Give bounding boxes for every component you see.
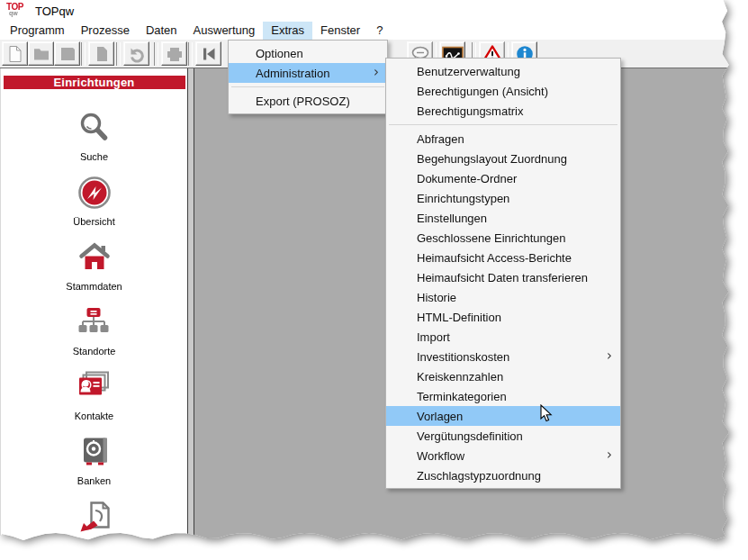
print-button[interactable] (161, 41, 187, 66)
menu-item-label: Einstellungen (417, 212, 487, 225)
window-title: TOPqw (35, 5, 74, 18)
menu-item-label: Workflow (417, 449, 464, 463)
submenu-arrow-icon: › (374, 64, 379, 80)
sidebar-item-bersicht[interactable]: Übersicht (73, 175, 114, 227)
extras-dropdown-menu: OptionenAdministration›Export (PROSOZ) (228, 40, 388, 114)
first-record-button[interactable] (195, 41, 221, 66)
search-icon (76, 110, 113, 149)
app-window-wrap: TOP qw TOPqw ProgrammProzesseDatenAuswer… (0, 0, 733, 544)
menu-item-benutzerverwaltung[interactable]: Benutzerverwaltung (386, 61, 620, 81)
sidebar-item-label: Banken (77, 475, 111, 486)
sidebar-splitter[interactable] (187, 68, 194, 544)
toolbar-separator (116, 42, 121, 66)
title-bar: TOP qw TOPqw (0, 0, 733, 22)
menu-item-label: Kreiskennzahlen (417, 370, 503, 384)
sidebar-item-stammdaten[interactable]: Stammdaten (66, 239, 122, 292)
menu-item-label: HTML-Definition (417, 311, 501, 324)
sidebar-item-standorte[interactable]: Standorte (73, 304, 116, 357)
menu-item-label: Einrichtungstypen (417, 192, 509, 205)
menu-separator (231, 86, 384, 87)
document-button[interactable] (88, 41, 114, 66)
menu-item-vorlagen[interactable]: Vorlagen (386, 406, 620, 426)
undo-icon (128, 45, 146, 63)
sidebar-item-label: Stammdaten (66, 281, 122, 292)
menu-item-label: Import (417, 330, 450, 344)
menu-item-label: Administration (256, 67, 329, 80)
menu-item-einrichtungstypen[interactable]: Einrichtungstypen (386, 188, 620, 208)
menubar-item-daten[interactable]: Daten (138, 22, 185, 40)
administration-submenu: BenutzerverwaltungBerechtigungen (Ansich… (385, 58, 621, 489)
menu-item-label: Vergütungsdefinition (417, 429, 523, 443)
toolbar-left-group (2, 41, 221, 66)
menubar-item-prozesse[interactable]: Prozesse (73, 22, 138, 40)
menu-item-berechtigungsmatrix[interactable]: Berechtigungsmatrix (386, 101, 620, 121)
sidebar-item-kontakte[interactable]: Kontakte (75, 369, 113, 421)
menu-item-import[interactable]: Import (386, 327, 620, 347)
toolbar-separator (188, 42, 193, 66)
app-body: Einrichtungen SucheÜbersichtStammdatenSt… (0, 68, 733, 544)
save-icon (59, 45, 77, 63)
print-icon (166, 45, 184, 63)
mouse-cursor-icon (540, 404, 555, 426)
menubar-item-fenster[interactable]: Fenster (312, 22, 368, 40)
workflow-doc-icon (77, 499, 113, 538)
menu-item-label: Berechtigungen (Ansicht) (417, 85, 548, 98)
app-logo-icon: TOP qw (6, 3, 28, 20)
menu-item-berechtigungen-ansicht[interactable]: Berechtigungen (Ansicht) (386, 81, 620, 101)
menu-item-html-definition[interactable]: HTML-Definition (386, 307, 620, 327)
menu-item-investitionskosten[interactable]: Investitionskosten› (386, 347, 620, 366)
sidebar-header: Einrichtungen (4, 76, 185, 89)
menu-item-label: Export (PROSOZ) (256, 95, 350, 108)
menu-separator (389, 124, 617, 125)
first-record-icon (200, 45, 218, 63)
menu-item-label: Heimaufsicht Access-Berichte (417, 251, 572, 265)
menubar-item-extras[interactable]: Extras (263, 22, 312, 40)
menu-item-historie[interactable]: Historie (386, 287, 620, 307)
menu-item-zuschlagstypzuordnung[interactable]: Zuschlagstypzuordnung (386, 465, 620, 485)
menu-item-einstellungen[interactable]: Einstellungen (386, 208, 620, 228)
menu-item-label: Vorlagen (417, 410, 463, 423)
sidebar-item-suche[interactable]: Suche (76, 110, 113, 162)
menu-item-label: Berechtigungsmatrix (417, 104, 524, 118)
menu-item-heimaufsicht-access-berichte[interactable]: Heimaufsicht Access-Berichte (386, 248, 620, 267)
submenu-arrow-icon: › (607, 348, 612, 364)
menu-item-kreiskennzahlen[interactable]: Kreiskennzahlen (386, 366, 620, 386)
menu-item-geschlossene-einrichtungen[interactable]: Geschlossene Einrichtungen (386, 228, 620, 248)
menu-item-begehungslayout-zuordnung[interactable]: Begehungslayout Zuordnung (386, 149, 620, 168)
menu-item-dokumente-ordner[interactable]: Dokumente-Ordner (386, 168, 620, 188)
sidebar-item-label: Suche (80, 151, 108, 162)
menu-item-label: Optionen (256, 47, 303, 60)
menu-item-optionen[interactable]: Optionen (229, 43, 387, 63)
menu-item-label: Begehungslayout Zuordnung (417, 152, 567, 166)
sidebar-item-workflow[interactable]: Workflow (74, 499, 114, 544)
menubar-item-auswertung[interactable]: Auswertung (185, 22, 264, 40)
document-icon (93, 45, 111, 63)
menu-item-verg-tungsdefinition[interactable]: Vergütungsdefinition (386, 426, 620, 446)
new-document-button[interactable] (2, 41, 28, 66)
sidebar-item-banken[interactable]: Banken (77, 434, 113, 486)
menu-item-label: Geschlossene Einrichtungen (417, 231, 566, 245)
open-folder-button[interactable] (28, 41, 54, 66)
safe-icon (77, 434, 113, 474)
menu-item-administration[interactable]: Administration› (229, 63, 387, 83)
menubar-item-programm[interactable]: Programm (2, 22, 73, 40)
menu-item-heimaufsicht-daten-transferieren[interactable]: Heimaufsicht Daten transferieren (386, 267, 620, 287)
menu-item-terminkategorien[interactable]: Terminkategorien (386, 386, 620, 406)
app-window: TOP qw TOPqw ProgrammProzesseDatenAuswer… (0, 0, 733, 544)
compass-icon (77, 175, 113, 214)
sidebar-item-label: Übersicht (73, 216, 114, 227)
menu-item-label: Abfragen (417, 132, 464, 146)
menu-item-abfragen[interactable]: Abfragen (386, 129, 620, 149)
new-document-icon (6, 45, 24, 63)
menu-item-export-prosoz[interactable]: Export (PROSOZ) (229, 91, 387, 111)
menu-bar: ProgrammProzesseDatenAuswertungExtrasFen… (0, 22, 733, 40)
menubar-item-help[interactable]: ? (368, 22, 391, 40)
sidebar-items: SucheÜbersichtStammdatenStandorteKontakt… (66, 97, 122, 544)
menu-item-workflow[interactable]: Workflow› (386, 446, 620, 465)
contacts-icon (75, 369, 113, 409)
save-button[interactable] (54, 41, 80, 66)
menu-item-label: Benutzerverwaltung (417, 65, 520, 78)
menu-item-label: Terminkategorien (417, 390, 507, 403)
sidebar-item-label: Standorte (73, 346, 116, 357)
undo-button[interactable] (123, 41, 149, 66)
